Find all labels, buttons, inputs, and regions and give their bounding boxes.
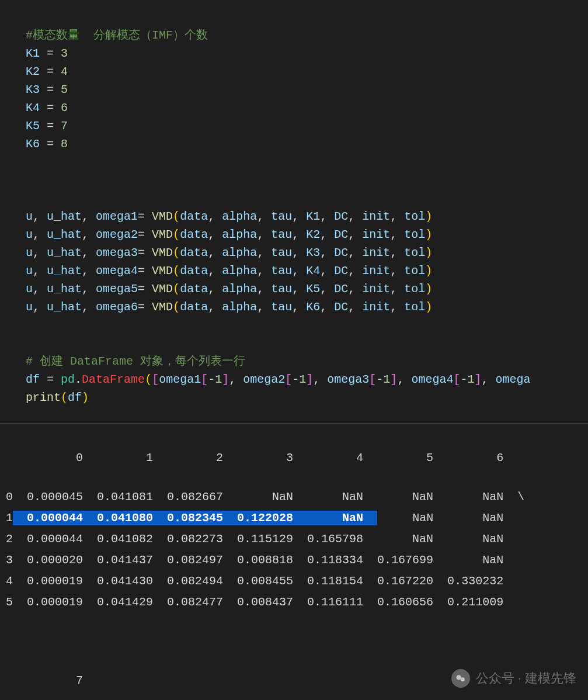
watermark: 公众号 · 建模先锋	[451, 668, 576, 688]
table-row: 0 0.000045 0.041081 0.082667 NaN NaN NaN…	[6, 487, 588, 508]
code-editor[interactable]: #模态数量 分解模态（IMF）个数 K1 = 3 K2 = 4 K3 = 5 K…	[0, 0, 588, 423]
table-row: 4 0.000019 0.041430 0.082494 0.008455 0.…	[6, 571, 588, 592]
vmd-block: u, u_hat, omega1= VMD(data, alpha, tau, …	[26, 207, 588, 316]
code-comment: #模态数量 分解模态（IMF）个数	[26, 29, 208, 42]
print-line: print(df)	[26, 391, 89, 404]
svg-point-1	[460, 677, 464, 681]
table-row: 1 0.000044 0.041080 0.082345 0.122028 Na…	[6, 508, 588, 529]
output-area[interactable]: 0 1 2 3 4 5 6 0 0.000045 0.041081 0.0826…	[0, 424, 588, 700]
table-row: 2 0.000044 0.041082 0.082273 0.115129 0.…	[6, 529, 588, 550]
df-line: df = pd.DataFrame([omega1[-1], omega2[-1…	[26, 373, 530, 386]
svg-point-0	[456, 675, 461, 680]
output-blank	[6, 631, 588, 652]
wechat-icon	[451, 669, 470, 688]
output-header: 0 1 2 3 4 5 6	[6, 448, 588, 469]
code-comment: # 创建 DataFrame 对象，每个列表一行	[26, 355, 245, 368]
watermark-text: 公众号 · 建模先锋	[476, 668, 576, 688]
table-row: 5 0.000019 0.041429 0.082477 0.008437 0.…	[6, 592, 588, 613]
table-row: 3 0.000020 0.041437 0.082497 0.008818 0.…	[6, 550, 588, 571]
assign-block: K1 = 3 K2 = 4 K3 = 5 K4 = 6 K5 = 7 K6 = …	[26, 44, 588, 153]
